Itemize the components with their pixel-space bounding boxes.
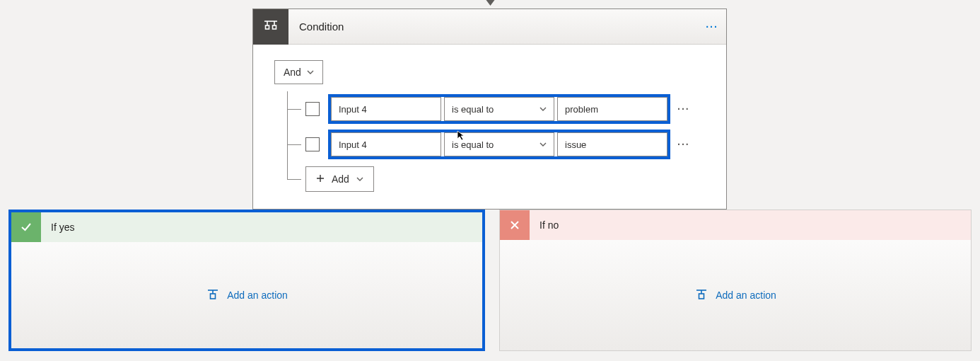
group-operator-dropdown[interactable]: And [274, 60, 323, 84]
condition-header[interactable]: Condition ··· [253, 9, 726, 45]
flow-canvas: Condition ··· And Input 4 is equa [0, 0, 980, 361]
add-action-icon [206, 287, 220, 304]
condition-menu-button[interactable]: ··· [698, 21, 726, 33]
connector-arrow-icon [490, 0, 491, 7]
operator-dropdown[interactable]: is equal to [444, 132, 554, 156]
add-action-icon [694, 287, 708, 304]
operand-right-input[interactable]: issue [557, 132, 667, 156]
group-operator-label: And [284, 67, 301, 78]
operator-text: is equal to [452, 139, 494, 150]
operand-left-input[interactable]: Input 4 [331, 132, 441, 156]
condition-row-group: Input 4 is equal to issue [328, 130, 670, 159]
branch-yes[interactable]: If yes Add an action [8, 210, 485, 351]
branch-yes-header: If yes [11, 212, 482, 242]
operand-left-text: Input 4 [339, 139, 367, 150]
add-action-button[interactable]: Add an action [694, 287, 776, 304]
branch-no[interactable]: If no Add an action [499, 210, 972, 351]
operand-right-text: issue [565, 139, 586, 150]
branch-no-body: Add an action [500, 240, 971, 350]
row-select-checkbox[interactable] [305, 137, 320, 151]
row-menu-button[interactable]: ··· [677, 103, 690, 115]
operand-right-text: problem [565, 104, 598, 115]
add-action-label: Add an action [716, 290, 776, 301]
svg-rect-3 [699, 294, 704, 299]
condition-row: Input 4 is equal to issue ··· [274, 127, 705, 162]
branch-yes-body: Add an action [11, 242, 482, 348]
row-menu-button[interactable]: ··· [677, 139, 690, 150]
tree-branch-line [287, 179, 301, 180]
chevron-down-icon [356, 176, 363, 183]
condition-row-group: Input 4 is equal to problem [328, 94, 670, 124]
operand-right-input[interactable]: problem [557, 97, 667, 121]
branch-yes-title: If yes [41, 222, 74, 233]
branch-no-header: If no [500, 210, 971, 240]
svg-rect-2 [211, 294, 216, 299]
operator-dropdown[interactable]: is equal to [444, 97, 554, 121]
tree-branch-line [287, 109, 301, 110]
branch-no-title: If no [530, 219, 559, 231]
chevron-down-icon [307, 69, 314, 76]
close-icon [500, 210, 530, 240]
condition-title: Condition [288, 21, 698, 33]
row-select-checkbox[interactable] [305, 102, 320, 116]
operator-text: is equal to [452, 104, 494, 115]
svg-rect-1 [273, 25, 276, 29]
condition-rows: Input 4 is equal to problem ··· Input 4 [274, 91, 705, 192]
svg-rect-0 [266, 25, 269, 29]
condition-icon [253, 9, 288, 45]
tree-branch-line [287, 144, 301, 145]
condition-body: And Input 4 is equal to p [253, 45, 726, 209]
add-row: Add [274, 166, 705, 192]
chevron-down-icon [539, 141, 547, 148]
check-icon [11, 212, 41, 242]
add-label: Add [332, 173, 349, 185]
condition-row: Input 4 is equal to problem ··· [274, 91, 705, 127]
add-action-button[interactable]: Add an action [206, 287, 288, 304]
add-condition-button[interactable]: Add [305, 166, 374, 192]
add-action-label: Add an action [227, 290, 288, 301]
operand-left-input[interactable]: Input 4 [331, 97, 441, 121]
condition-card: Condition ··· And Input 4 is equa [252, 8, 727, 210]
chevron-down-icon [539, 105, 547, 113]
operand-left-text: Input 4 [339, 104, 367, 115]
branches-container: If yes Add an action If no [8, 210, 972, 351]
plus-icon [316, 173, 325, 185]
